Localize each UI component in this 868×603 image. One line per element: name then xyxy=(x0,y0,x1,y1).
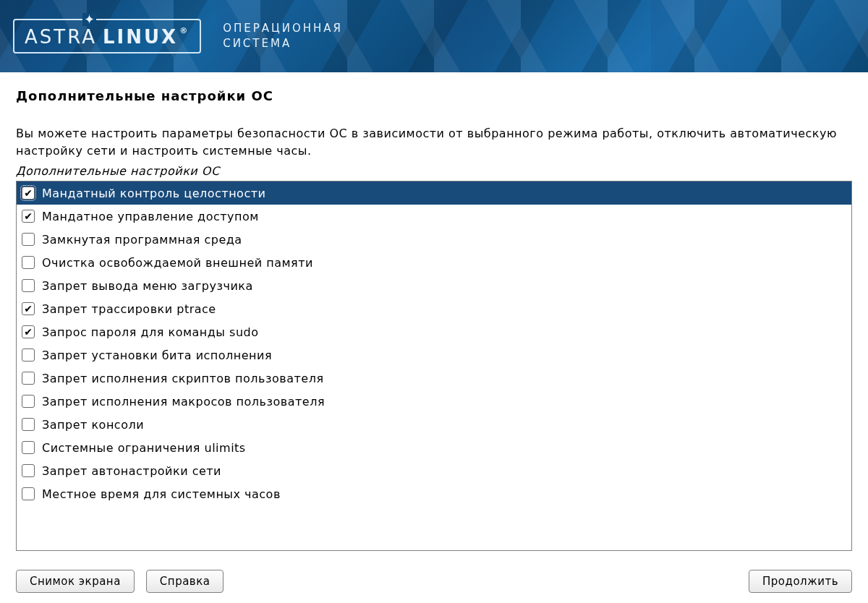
option-label: Запрет исполнения макросов пользователя xyxy=(42,395,325,409)
screenshot-button[interactable]: Снимок экрана xyxy=(16,570,135,593)
option-checkbox[interactable] xyxy=(22,372,35,385)
option-label: Замкнутая программная среда xyxy=(42,233,242,247)
installer-banner: ✦ ASTRA LINUX® ОПЕРАЦИОННАЯ СИСТЕМА xyxy=(0,0,868,72)
option-checkbox[interactable]: ✔ xyxy=(22,210,35,223)
options-caption: Дополнительные настройки ОС xyxy=(16,164,852,178)
logo-word-1: ASTRA xyxy=(25,26,97,48)
option-row[interactable]: ✔Запрет трассировки ptrace xyxy=(17,297,851,320)
option-row[interactable]: Замкнутая программная среда xyxy=(17,228,851,251)
continue-button[interactable]: Продолжить xyxy=(749,570,852,593)
option-label: Запрет вывода меню загрузчика xyxy=(42,279,253,293)
option-label: Местное время для системных часов xyxy=(42,487,281,501)
banner-subtitle: ОПЕРАЦИОННАЯ СИСТЕМА xyxy=(223,21,343,51)
page-description: Вы можете настроить параметры безопаснос… xyxy=(16,125,852,160)
option-label: Запрет трассировки ptrace xyxy=(42,302,216,316)
option-checkbox[interactable]: ✔ xyxy=(22,325,35,338)
option-row[interactable]: ✔Запрос пароля для команды sudo xyxy=(17,320,851,343)
option-row[interactable]: Запрет исполнения макросов пользователя xyxy=(17,390,851,413)
option-label: Системные ограничения ulimits xyxy=(42,441,246,455)
check-icon: ✔ xyxy=(24,211,33,221)
option-checkbox[interactable] xyxy=(22,464,35,477)
logo-word-2: LINUX® xyxy=(103,26,190,48)
option-checkbox[interactable] xyxy=(22,395,35,408)
option-row[interactable]: Запрет консоли xyxy=(17,413,851,436)
option-checkbox[interactable] xyxy=(22,487,35,500)
option-row[interactable]: Местное время для системных часов xyxy=(17,482,851,505)
footer-buttons: Снимок экрана Справка Продолжить xyxy=(0,570,868,593)
page-title: Дополнительные настройки ОС xyxy=(16,88,852,103)
option-label: Очистка освобождаемой внешней памяти xyxy=(42,256,313,270)
option-row[interactable]: Запрет автонастройки сети xyxy=(17,459,851,482)
option-checkbox[interactable] xyxy=(22,348,35,362)
options-list[interactable]: ✔Мандатный контроль целостности✔Мандатно… xyxy=(16,181,852,551)
option-label: Мандатный контроль целостности xyxy=(42,187,265,200)
option-label: Запрет консоли xyxy=(42,418,144,432)
check-icon: ✔ xyxy=(24,327,33,337)
option-label: Запрет исполнения скриптов пользователя xyxy=(42,372,324,385)
option-checkbox[interactable]: ✔ xyxy=(22,187,35,200)
astra-linux-logo: ✦ ASTRA LINUX® xyxy=(13,19,201,54)
option-row[interactable]: Запрет установки бита исполнения xyxy=(17,343,851,367)
option-label: Запрос пароля для команды sudo xyxy=(42,325,259,339)
option-row[interactable]: Запрет вывода меню загрузчика xyxy=(17,274,851,297)
star-icon: ✦ xyxy=(82,13,96,26)
option-checkbox[interactable] xyxy=(22,256,35,269)
option-checkbox[interactable] xyxy=(22,441,35,454)
option-label: Запрет автонастройки сети xyxy=(42,464,221,478)
option-row[interactable]: Системные ограничения ulimits xyxy=(17,436,851,459)
option-label: Мандатное управление доступом xyxy=(42,210,259,223)
option-checkbox[interactable]: ✔ xyxy=(22,302,35,315)
option-checkbox[interactable] xyxy=(22,233,35,246)
option-checkbox[interactable] xyxy=(22,418,35,431)
option-row[interactable]: ✔Мандатное управление доступом xyxy=(17,205,851,228)
help-button[interactable]: Справка xyxy=(146,570,224,593)
option-row[interactable]: Запрет исполнения скриптов пользователя xyxy=(17,367,851,390)
check-icon: ✔ xyxy=(24,188,33,198)
option-row[interactable]: ✔Мандатный контроль целостности xyxy=(17,181,851,205)
option-row[interactable]: Очистка освобождаемой внешней памяти xyxy=(17,251,851,274)
main-content: Дополнительные настройки ОС Вы можете на… xyxy=(0,72,868,551)
option-checkbox[interactable] xyxy=(22,279,35,292)
option-label: Запрет установки бита исполнения xyxy=(42,348,272,362)
check-icon: ✔ xyxy=(24,304,33,314)
